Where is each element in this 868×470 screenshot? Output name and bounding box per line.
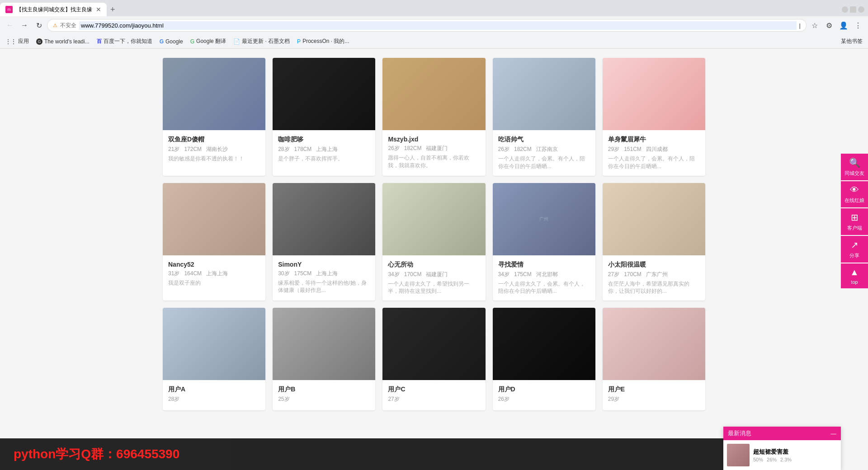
profile-desc: 在茫茫人海中，希望遇见那真实的你，让我们可以好好的... — [608, 280, 700, 296]
notification-panel: 最新消息 — 超短裙爱害羞 50% 26% 2.3% — [723, 427, 841, 456]
top-arrow-icon: ▲ — [850, 267, 859, 277]
profile-card[interactable]: Nancy52 31岁 164CM 上海上海 我是双子座的 — [163, 183, 265, 301]
share-icon: ↗ — [851, 240, 859, 250]
bookmark-google[interactable]: G Google — [160, 38, 183, 45]
notification-content: 超短裙爱害羞 50% 26% 2.3% — [723, 440, 841, 456]
profile-info: 咖啡肥哆 28岁 178CM 上海上海 是个胖子，不喜欢挥挥手。 — [273, 130, 375, 168]
profile-info: 用户C 27岁 — [382, 380, 485, 410]
bookmark-google-translate[interactable]: G Google 翻译 — [190, 38, 226, 45]
profile-info: 用户E 29岁 — [603, 380, 705, 410]
profile-card[interactable]: 用户A 28岁 — [163, 308, 265, 410]
profile-photo — [493, 308, 595, 380]
extensions-button[interactable]: ⚙ — [823, 19, 835, 32]
profile-card[interactable]: 单身鬣眉犀牛 29岁 151CM 四川成都 一个人走得久了，会累。有个人，陪你在… — [603, 58, 705, 176]
menu-button[interactable]: ⋮ — [852, 19, 864, 32]
bookmark-shimo[interactable]: 📄 最近更新 · 石墨文档 — [233, 38, 290, 45]
profile-info: 用户A 28岁 — [163, 380, 265, 410]
profile-meta: 28岁 178CM 上海上海 — [278, 146, 370, 153]
online-matchmaker-button[interactable]: 👁 在线红娘 — [841, 181, 868, 207]
profile-card[interactable]: 双鱼座D傻帽 21岁 172CM 湖南长沙 我的敏感是你看不透的执着！！ — [163, 58, 265, 176]
translate-icon: G — [190, 38, 194, 45]
maximize-button[interactable] — [850, 6, 856, 13]
profile-meta: 30岁 175CM 上海上海 — [278, 270, 370, 277]
qr-code-button[interactable]: ⊞ 客户端 — [841, 208, 868, 235]
profile-card[interactable]: 咖啡肥哆 28岁 178CM 上海上海 是个胖子，不喜欢挥挥手。 — [273, 58, 375, 176]
profile-photo — [382, 183, 485, 255]
profile-meta: 34岁 170CM 福建厦门 — [388, 271, 480, 278]
profile-meta: 31岁 164CM 上海上海 — [168, 270, 260, 277]
profile-meta: 21岁 172CM 湖南长沙 — [168, 146, 260, 153]
profile-card[interactable]: SimonY 30岁 175CM 上海上海 缘系相爱，等待一个这样的他/她，身体… — [273, 183, 375, 301]
notification-header: 最新消息 — — [723, 427, 841, 440]
city-search-button[interactable]: 🔍 同城交友 — [841, 154, 868, 180]
tab-close-button[interactable]: ✕ — [96, 6, 101, 13]
profile-desc: 我的敏感是你看不透的执着！！ — [168, 155, 260, 163]
profile-photo — [603, 58, 705, 130]
qr-icon: ⊞ — [851, 212, 859, 223]
profile-photo — [163, 183, 265, 255]
profile-card[interactable]: 用户D 26岁 — [493, 308, 595, 410]
profile-name: 单身鬣眉犀牛 — [608, 136, 700, 144]
profile-desc: 一个人走得久了，会累。有个人，陪你在今日的午后晒晒... — [608, 155, 700, 170]
share-button[interactable]: ↗ 分享 — [841, 236, 868, 263]
right-sidebar: 🔍 同城交友 👁 在线红娘 ⊞ 客户端 ↗ 分享 ▲ top — [841, 154, 868, 288]
security-icon: ⚠ — [53, 23, 57, 28]
profile-desc: 一个人走得太久了，会累。有个人，陪你在今日的午后晒晒... — [498, 280, 590, 296]
profile-card[interactable]: 心无所动 34岁 170CM 福建厦门 一个人走得太久了，希望找到另一半，期待在… — [382, 183, 485, 301]
profile-info: SimonY 30岁 175CM 上海上海 缘系相爱，等待一个这样的他/她，身体… — [273, 255, 375, 300]
profile-card[interactable]: 用户B 25岁 — [273, 308, 375, 410]
profile-name: Mszyb.jxd — [388, 136, 480, 143]
bookmark-star-button[interactable]: ☆ — [808, 19, 821, 32]
back-to-top-button[interactable]: ▲ top — [841, 263, 868, 288]
bookmark-baidu[interactable]: 百 百度一下，你就知道 — [97, 38, 152, 45]
profile-name: 用户A — [168, 385, 260, 394]
browser-chrome: m 【找主良缘同城交友】找主良缘 ✕ + ← → ↻ ⚠ 不安全 | ☆ ⚙ 👤… — [0, 0, 868, 49]
profile-name: 用户C — [388, 385, 480, 394]
profile-card[interactable]: 吃语帅气 26岁 182CM 江苏南京 一个人走得久了，会累。有个人，陪你在今日… — [493, 58, 595, 176]
profile-name: SimonY — [278, 261, 370, 268]
profile-info: 单身鬣眉犀牛 29岁 151CM 四川成都 一个人走得久了，会累。有个人，陪你在… — [603, 130, 705, 176]
bookmark-processon[interactable]: P ProcessOn · 我的... — [297, 38, 349, 45]
bookmark-apps[interactable]: ⋮⋮ 应用 — [5, 38, 29, 45]
profile-card[interactable]: 用户C 27岁 — [382, 308, 485, 410]
profile-desc: 是个胖子，不喜欢挥挥手。 — [278, 155, 370, 163]
profile-name: 用户D — [498, 385, 590, 394]
profile-info: 吃语帅气 26岁 182CM 江苏南京 一个人走得久了，会累。有个人，陪你在今日… — [493, 130, 595, 176]
profile-info: 双鱼座D傻帽 21岁 172CM 湖南长沙 我的敏感是你看不透的执着！！ — [163, 130, 265, 168]
profile-meta: 26岁 — [498, 395, 590, 403]
google-icon: G — [160, 38, 164, 45]
reload-button[interactable]: ↻ — [33, 19, 45, 32]
profile-desc: 我是双子座的 — [168, 279, 260, 287]
profile-info: 用户D 26岁 — [493, 380, 595, 410]
forward-button[interactable]: → — [18, 19, 31, 32]
back-button[interactable]: ← — [4, 19, 16, 32]
active-tab[interactable]: m 【找主良缘同城交友】找主良缘 ✕ — [0, 3, 107, 16]
profile-card[interactable]: 小太阳很温暖 27岁 170CM 广东广州 在茫茫人海中，希望遇见那真实的你，让… — [603, 183, 705, 301]
profile-name: 小太阳很温暖 — [608, 261, 700, 269]
profile-info: Mszyb.jxd 26岁 182CM 福建厦门 愿得一心人，自首不相离，你若欢… — [382, 130, 485, 175]
bookmark-github[interactable]: G The world's leadi... — [36, 38, 90, 45]
notification-text: 超短裙爱害羞 50% 26% 2.3% — [753, 448, 792, 456]
processon-icon: P — [297, 38, 301, 45]
bookmark-other[interactable]: 某他书签 — [841, 38, 863, 45]
profile-meta: 29岁 — [608, 395, 700, 403]
close-button[interactable] — [858, 6, 864, 13]
notification-name: 超短裙爱害羞 — [753, 448, 792, 456]
profile-photo: 广州 — [493, 183, 595, 255]
minimize-button[interactable] — [842, 6, 848, 13]
profile-card[interactable]: 用户E 29岁 — [603, 308, 705, 410]
profile-meta: 26岁 182CM 福建厦门 — [388, 145, 480, 152]
profile-meta: 29岁 151CM 四川成都 — [608, 146, 700, 153]
profile-photo — [603, 308, 705, 380]
profile-meta: 28岁 — [168, 395, 260, 403]
profile-card[interactable]: 广州 寻找爱情 34岁 175CM 河北邯郸 一个人走得太久了，会累。有个人，陪… — [493, 183, 595, 301]
url-input[interactable] — [79, 21, 797, 30]
nav-actions: ☆ ⚙ 👤 ⋮ — [808, 19, 864, 32]
new-tab-button[interactable]: + — [107, 3, 119, 16]
profile-card[interactable]: Mszyb.jxd 26岁 182CM 福建厦门 愿得一心人，自首不相离，你若欢… — [382, 58, 485, 176]
profile-info: 小太阳很温暖 27岁 170CM 广东广州 在茫茫人海中，希望遇见那真实的你，让… — [603, 255, 705, 301]
profile-name: 吃语帅气 — [498, 136, 590, 144]
notification-minimize-button[interactable]: — — [830, 430, 836, 437]
profile-button[interactable]: 👤 — [837, 19, 850, 32]
profile-photo — [163, 308, 265, 380]
